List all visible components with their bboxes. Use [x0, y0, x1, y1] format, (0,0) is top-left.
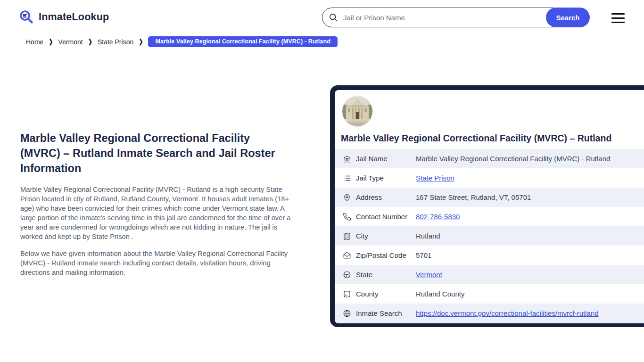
globe-icon	[343, 271, 351, 279]
logo[interactable]: InmateLookup	[19, 9, 109, 25]
row-label: Jail Type	[356, 174, 416, 182]
row-label: Zip/Postal Code	[356, 251, 416, 259]
breadcrumb-home[interactable]: Home	[26, 38, 43, 46]
intro-section: Marble Valley Regional Correctional Faci…	[20, 131, 303, 285]
table-row-county: County Rutland County	[335, 284, 644, 304]
chevron-right-icon: ❯	[49, 38, 53, 45]
breadcrumb-current: Marble Valley Regional Correctional Faci…	[148, 36, 337, 47]
table-row-jail-type: Jail Type State Prison	[335, 168, 644, 188]
contact-number-link[interactable]: 802-786-5830	[416, 213, 460, 221]
mail-open-icon	[343, 251, 351, 260]
row-label: Jail Name	[356, 155, 416, 163]
row-label: Inmate Search	[356, 309, 416, 317]
inmate-search-link[interactable]: https://doc.vermont.gov/correctional-fac…	[416, 309, 599, 317]
map-pin-icon	[343, 193, 351, 202]
intro-paragraph-2: Below we have given information about th…	[20, 249, 300, 277]
row-value: 5701	[416, 251, 431, 259]
facility-details-table: Jail Name Marble Valley Regional Correct…	[335, 149, 644, 323]
breadcrumb-vermont[interactable]: Vermont	[58, 38, 83, 46]
row-label: County	[356, 290, 416, 298]
breadcrumb-state-prison[interactable]: State Prison	[98, 38, 133, 46]
table-row-jail-name: Jail Name Marble Valley Regional Correct…	[335, 149, 644, 168]
hamburger-menu-icon[interactable]	[611, 13, 625, 23]
map-icon	[343, 232, 351, 240]
phone-icon	[343, 213, 351, 221]
search-bar: Search	[322, 8, 590, 27]
logo-text: InmateLookup	[39, 11, 109, 23]
row-label: Contact Number	[356, 213, 416, 221]
bank-icon	[343, 155, 351, 163]
table-row-inmate-search: Inmate Search https://doc.vermont.gov/co…	[335, 304, 644, 323]
table-row-city: City Rutland	[335, 226, 644, 246]
chevron-right-icon: ❯	[88, 38, 92, 45]
row-value: Marble Valley Regional Correctional Faci…	[416, 155, 610, 163]
jail-type-link[interactable]: State Prison	[416, 174, 454, 182]
page-title: Marble Valley Regional Correctional Faci…	[20, 131, 282, 176]
row-value: Rutland County	[416, 290, 464, 298]
magnifier-logo-icon	[19, 9, 34, 25]
row-value: 167 State Street, Rutland, VT, 05701	[416, 193, 531, 201]
web-icon	[343, 309, 351, 318]
row-label: City	[356, 232, 416, 240]
list-icon	[343, 174, 351, 182]
chevron-right-icon: ❯	[139, 38, 143, 45]
table-row-zip: Zip/Postal Code 5701	[335, 246, 644, 265]
table-row-contact: Contact Number 802-786-5830	[335, 207, 644, 226]
intro-paragraph-1: Marble Valley Regional Correctional Faci…	[20, 185, 300, 241]
row-label: State	[356, 271, 416, 279]
facility-photo	[342, 96, 372, 126]
breadcrumb: Home ❯ Vermont ❯ State Prison ❯ Marble V…	[26, 36, 338, 47]
county-map-icon	[343, 290, 351, 298]
row-value: Rutland	[416, 232, 440, 240]
state-link[interactable]: Vermont	[416, 271, 442, 279]
facility-card-title: Marble Valley Regional Correctional Faci…	[341, 132, 644, 144]
search-input[interactable]	[322, 8, 554, 27]
table-row-address: Address 167 State Street, Rutland, VT, 0…	[335, 188, 644, 207]
search-button[interactable]: Search	[546, 8, 590, 27]
facility-card: Marble Valley Regional Correctional Faci…	[330, 85, 644, 327]
table-row-state: State Vermont	[335, 265, 644, 284]
row-label: Address	[356, 193, 416, 201]
